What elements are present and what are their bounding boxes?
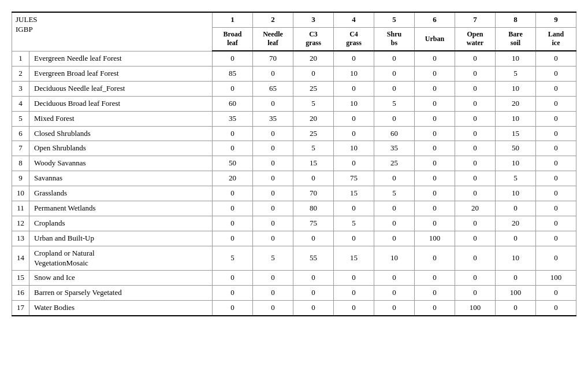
cell-value: 0 xyxy=(253,156,293,171)
col-label-6: Urban xyxy=(415,27,455,51)
cell-value: 0 xyxy=(374,111,415,126)
table-row: 15Snow and Ice00000000100 xyxy=(12,271,576,286)
cell-value: 0 xyxy=(374,216,415,231)
cell-value: 15 xyxy=(293,156,334,171)
row-number: 17 xyxy=(12,301,29,316)
col-num-4: 4 xyxy=(334,12,374,27)
col-label-4: C4grass xyxy=(334,27,374,51)
cell-value: 0 xyxy=(455,231,496,246)
cell-value: 0 xyxy=(536,126,576,141)
row-number: 13 xyxy=(12,231,29,246)
cell-value: 0 xyxy=(253,201,293,216)
cell-value: 0 xyxy=(455,186,496,201)
table-body: 1Evergreen Needle leaf Forest07020000010… xyxy=(12,51,576,316)
row-label: Barren or Sparsely Vegetated xyxy=(29,286,213,301)
cell-value: 0 xyxy=(253,186,293,201)
cell-value: 0 xyxy=(536,51,576,66)
col-label-7: Openwater xyxy=(455,27,496,51)
cell-value: 0 xyxy=(415,246,455,271)
row-number: 10 xyxy=(12,186,29,201)
row-number: 4 xyxy=(12,96,29,111)
cell-value: 10 xyxy=(496,156,536,171)
row-label: Mixed Forest xyxy=(29,111,213,126)
col-num-2: 2 xyxy=(253,12,293,27)
cell-value: 5 xyxy=(496,171,536,186)
cell-value: 20 xyxy=(293,51,334,66)
cell-value: 15 xyxy=(334,186,374,201)
cell-value: 5 xyxy=(374,96,415,111)
cell-value: 0 xyxy=(334,286,374,301)
row-label: Open Shrublands xyxy=(29,141,213,156)
cell-value: 0 xyxy=(455,96,496,111)
cell-value: 10 xyxy=(374,246,415,271)
cell-value: 0 xyxy=(415,66,455,81)
cell-value: 0 xyxy=(536,171,576,186)
cell-value: 0 xyxy=(496,271,536,286)
row-label: Water Bodies xyxy=(29,301,213,316)
cell-value: 0 xyxy=(293,286,334,301)
cell-value: 0 xyxy=(536,81,576,96)
cell-value: 0 xyxy=(253,271,293,286)
cell-value: 0 xyxy=(415,111,455,126)
row-label: Grasslands xyxy=(29,186,213,201)
cell-value: 5 xyxy=(334,216,374,231)
cell-value: 0 xyxy=(374,201,415,216)
cell-value: 0 xyxy=(536,201,576,216)
cell-value: 0 xyxy=(536,286,576,301)
cell-value: 0 xyxy=(496,231,536,246)
cell-value: 0 xyxy=(415,271,455,286)
cell-value: 20 xyxy=(293,111,334,126)
table-row: 14Cropland or NaturalVegetationMosaic555… xyxy=(12,246,576,271)
cell-value: 0 xyxy=(374,66,415,81)
cell-value: 0 xyxy=(455,126,496,141)
cell-value: 0 xyxy=(253,66,293,81)
cell-value: 0 xyxy=(455,171,496,186)
cell-value: 0 xyxy=(374,51,415,66)
cell-value: 0 xyxy=(455,81,496,96)
cell-value: 10 xyxy=(334,66,374,81)
row-label: Croplands xyxy=(29,216,213,231)
table-row: 8Woody Savannas5001502500100 xyxy=(12,156,576,171)
cell-value: 0 xyxy=(253,286,293,301)
row-label: Closed Shrublands xyxy=(29,126,213,141)
cell-value: 0 xyxy=(455,66,496,81)
cell-value: 10 xyxy=(496,186,536,201)
col-num-3: 3 xyxy=(293,12,334,27)
cell-value: 10 xyxy=(334,96,374,111)
col-num-6: 6 xyxy=(415,12,455,27)
row-number: 7 xyxy=(12,141,29,156)
cell-value: 0 xyxy=(293,301,334,316)
cell-value: 10 xyxy=(496,51,536,66)
cell-value: 10 xyxy=(496,81,536,96)
cell-value: 0 xyxy=(536,301,576,316)
cell-value: 20 xyxy=(213,171,253,186)
cell-value: 0 xyxy=(293,66,334,81)
cell-value: 0 xyxy=(293,271,334,286)
cell-value: 0 xyxy=(213,201,253,216)
table-row: 3Deciduous Needle leaf_Forest06525000010… xyxy=(12,81,576,96)
cell-value: 100 xyxy=(415,231,455,246)
cell-value: 5 xyxy=(374,186,415,201)
cell-value: 25 xyxy=(293,126,334,141)
row-number: 1 xyxy=(12,51,29,66)
cell-value: 0 xyxy=(455,51,496,66)
cell-value: 0 xyxy=(334,126,374,141)
cell-value: 0 xyxy=(293,231,334,246)
cell-value: 0 xyxy=(415,51,455,66)
row-label: Urban and Built-Up xyxy=(29,231,213,246)
cell-value: 0 xyxy=(496,201,536,216)
col-label-1: Broadleaf xyxy=(213,27,253,51)
table-row: 17Water Bodies00000010000 xyxy=(12,301,576,316)
cell-value: 0 xyxy=(213,216,253,231)
table-row: 16Barren or Sparsely Vegetated0000000100… xyxy=(12,286,576,301)
row-number: 15 xyxy=(12,271,29,286)
cell-value: 60 xyxy=(213,96,253,111)
table-container: JULESIGBP 1 2 3 4 5 6 7 8 9 Broadleaf Ne… xyxy=(12,12,576,316)
row-number: 11 xyxy=(12,201,29,216)
cell-value: 50 xyxy=(496,141,536,156)
cell-value: 0 xyxy=(415,216,455,231)
cell-value: 5 xyxy=(496,66,536,81)
table-row: 9Savannas20007500050 xyxy=(12,171,576,186)
cell-value: 0 xyxy=(253,301,293,316)
cell-value: 0 xyxy=(293,171,334,186)
